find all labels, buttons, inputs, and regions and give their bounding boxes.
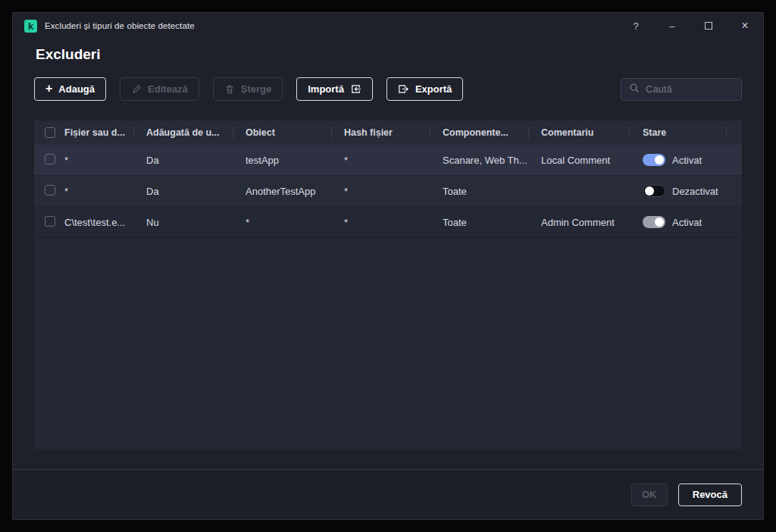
ok-button[interactable]: OK (631, 483, 668, 506)
footer: OK Revocă (13, 469, 763, 519)
cell-added-by: Da (134, 186, 233, 197)
import-button-label: Importă (308, 83, 344, 95)
col-header-file[interactable]: Fișier sau d... (61, 120, 134, 145)
cell-hash: * (332, 186, 430, 197)
add-button-label: Adaugă (58, 83, 95, 95)
cell-hash: * (332, 217, 430, 228)
cell-object: AnotherTestApp (233, 186, 332, 197)
row-checkbox[interactable] (45, 154, 55, 164)
toggle-knob (655, 217, 664, 227)
cell-added-by: Da (134, 155, 233, 166)
import-icon (350, 83, 361, 95)
export-icon (398, 83, 409, 95)
cell-object: testApp (233, 155, 332, 166)
cell-comment: Local Comment (529, 155, 630, 166)
page-title: Excluderi (36, 46, 101, 63)
table-header: Fișier sau d... Adăugată de u... Obiect … (34, 120, 742, 145)
cell-state: Activat (630, 154, 727, 166)
export-button[interactable]: Exportă (386, 77, 463, 101)
maximize-button[interactable] (702, 21, 715, 31)
cell-components: Scanare, Web Th... (430, 155, 529, 166)
cell-file: * (61, 186, 134, 197)
row-checkbox[interactable] (45, 185, 55, 196)
state-label: Activat (672, 217, 702, 228)
search-input[interactable] (646, 83, 734, 95)
cell-hash: * (332, 155, 430, 166)
row-checkbox[interactable] (45, 216, 55, 227)
state-label: Activat (672, 155, 702, 166)
state-toggle[interactable] (643, 216, 665, 228)
window-controls: ? – × (629, 20, 752, 32)
cell-state: Dezactivat (630, 185, 727, 197)
col-header-added-by[interactable]: Adăugată de u... (134, 120, 233, 145)
cell-state: Activat (630, 216, 727, 228)
table-row[interactable]: *DaAnotherTestApp*ToateDezactivat (34, 176, 742, 207)
plus-icon: + (45, 83, 52, 95)
pencil-icon (131, 84, 142, 95)
delete-button[interactable]: Șterge (213, 77, 283, 101)
export-button-label: Exportă (415, 83, 452, 95)
help-button[interactable]: ? (629, 21, 643, 31)
kaspersky-logo-icon: k (24, 20, 37, 33)
header-checkbox-cell (34, 120, 61, 145)
close-button[interactable]: × (738, 20, 752, 32)
state-toggle[interactable] (643, 154, 665, 166)
select-all-checkbox[interactable] (45, 127, 55, 138)
row-checkbox-cell (34, 216, 61, 229)
delete-button-label: Șterge (241, 83, 271, 95)
app-window: k Excluderi și tipuri de obiecte detecta… (12, 12, 764, 520)
table-row[interactable]: C\test\test.e...Nu**ToateAdmin CommentAc… (34, 207, 742, 238)
window-title: Excluderi și tipuri de obiecte detectate (45, 21, 195, 30)
cell-file: * (61, 155, 134, 166)
import-button[interactable]: Importă (296, 77, 373, 101)
toggle-knob (645, 186, 654, 196)
col-header-state[interactable]: Stare (630, 120, 727, 145)
toolbar: + Adaugă Editează Șterge Importă (34, 77, 742, 101)
table-row[interactable]: *DatestApp*Scanare, Web Th...Local Comme… (34, 145, 742, 176)
edit-button-label: Editează (148, 83, 188, 95)
cell-object: * (233, 217, 332, 228)
maximize-icon (705, 22, 712, 30)
col-header-filler (727, 120, 742, 145)
row-checkbox-cell (34, 154, 61, 167)
add-button[interactable]: + Adaugă (34, 77, 106, 101)
cell-comment: Admin Comment (529, 217, 630, 228)
col-header-object[interactable]: Obiect (233, 120, 332, 145)
col-header-hash[interactable]: Hash fișier (332, 120, 430, 145)
cancel-button[interactable]: Revocă (678, 483, 742, 506)
minimize-button[interactable]: – (665, 21, 679, 31)
search-icon (629, 83, 640, 96)
state-toggle[interactable] (643, 185, 665, 197)
exclusions-table: Fișier sau d... Adăugată de u... Obiect … (34, 120, 742, 449)
col-header-comment[interactable]: Comentariu (529, 120, 630, 145)
trash-icon (224, 84, 235, 95)
toggle-knob (655, 155, 664, 164)
row-checkbox-cell (34, 185, 61, 198)
search-box[interactable] (621, 78, 742, 101)
state-label: Dezactivat (672, 186, 718, 197)
col-header-components[interactable]: Componente... (430, 120, 529, 145)
titlebar: k Excluderi și tipuri de obiecte detecta… (13, 13, 763, 39)
cell-components: Toate (430, 217, 529, 228)
table-body: *DatestApp*Scanare, Web Th...Local Comme… (34, 145, 742, 449)
edit-button[interactable]: Editează (120, 77, 199, 101)
cell-added-by: Nu (134, 217, 233, 228)
cell-components: Toate (430, 186, 529, 197)
cell-file: C\test\test.e... (61, 217, 134, 228)
